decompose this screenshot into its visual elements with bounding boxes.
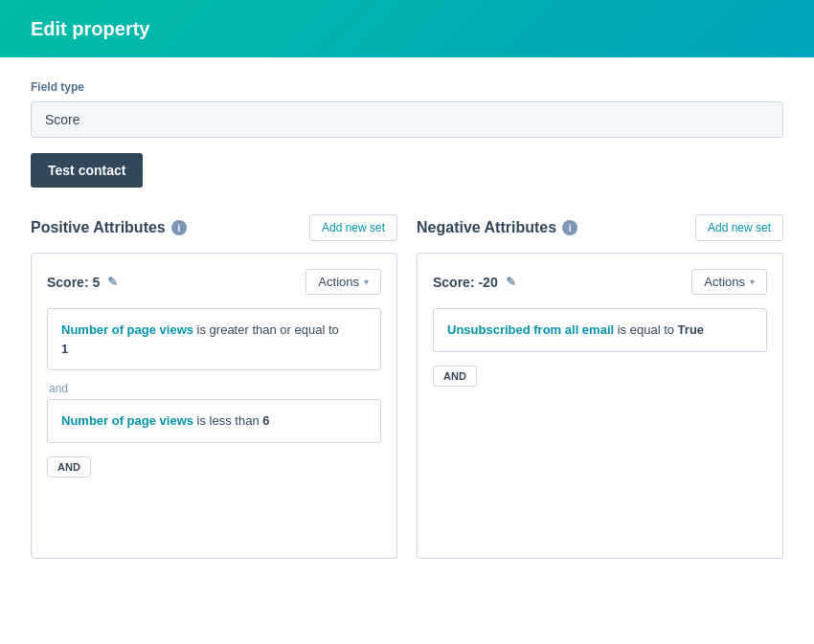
positive-add-new-set-button[interactable]: Add new set — [309, 214, 397, 241]
main-content: Field type Test contact Positive Attribu… — [0, 57, 814, 644]
positive-attributes-col: Positive Attributes i Add new set Score:… — [31, 214, 397, 559]
negative-add-new-set-button[interactable]: Add new set — [695, 214, 783, 241]
test-contact-button[interactable]: Test contact — [31, 153, 143, 188]
positive-condition-1: Number of page views is greater than or … — [47, 308, 381, 370]
negative-attributes-info-icon[interactable]: i — [562, 220, 577, 235]
attributes-row: Positive Attributes i Add new set Score:… — [31, 214, 783, 559]
positive-score-card-header: Score: 5 ✎ Actions ▾ — [47, 269, 381, 295]
negative-and-button[interactable]: AND — [433, 366, 477, 387]
positive-condition-2-link[interactable]: Number of page views — [61, 413, 193, 428]
negative-attributes-header: Negative Attributes i Add new set — [417, 214, 783, 241]
negative-score-edit-icon[interactable]: ✎ — [506, 275, 516, 289]
positive-score-card: Score: 5 ✎ Actions ▾ Number of page view… — [31, 253, 397, 559]
negative-attributes-title: Negative Attributes i — [417, 219, 577, 236]
negative-actions-dropdown-icon: ▾ — [750, 277, 755, 287]
field-type-input[interactable] — [31, 101, 783, 138]
page-header: Edit property — [0, 0, 814, 57]
field-type-label: Field type — [31, 80, 783, 94]
positive-score-edit-icon[interactable]: ✎ — [107, 275, 118, 289]
page-title: Edit property — [31, 18, 149, 40]
negative-attributes-col: Negative Attributes i Add new set Score:… — [417, 214, 783, 559]
positive-and-connector: and — [47, 378, 381, 399]
positive-actions-dropdown-icon: ▾ — [364, 277, 369, 287]
positive-attributes-title: Positive Attributes i — [31, 219, 187, 236]
positive-attributes-header: Positive Attributes i Add new set — [31, 214, 397, 241]
positive-score-label: Score: 5 ✎ — [47, 275, 118, 290]
negative-actions-button[interactable]: Actions ▾ — [691, 269, 767, 295]
negative-condition-1: Unsubscribed from all email is equal to … — [433, 308, 767, 352]
negative-condition-1-link[interactable]: Unsubscribed from all email — [447, 322, 614, 337]
positive-attributes-label: Positive Attributes — [31, 219, 166, 236]
negative-score-label: Score: -20 ✎ — [433, 275, 516, 290]
positive-attributes-info-icon[interactable]: i — [171, 220, 187, 235]
positive-actions-button[interactable]: Actions ▾ — [305, 269, 381, 295]
negative-score-card-header: Score: -20 ✎ Actions ▾ — [433, 269, 767, 295]
positive-and-button[interactable]: AND — [47, 456, 91, 477]
negative-score-card: Score: -20 ✎ Actions ▾ Unsubscribed from… — [417, 253, 783, 559]
positive-condition-2: Number of page views is less than 6 — [47, 399, 381, 443]
negative-attributes-label: Negative Attributes — [417, 219, 556, 236]
positive-condition-1-link[interactable]: Number of page views — [61, 322, 193, 337]
